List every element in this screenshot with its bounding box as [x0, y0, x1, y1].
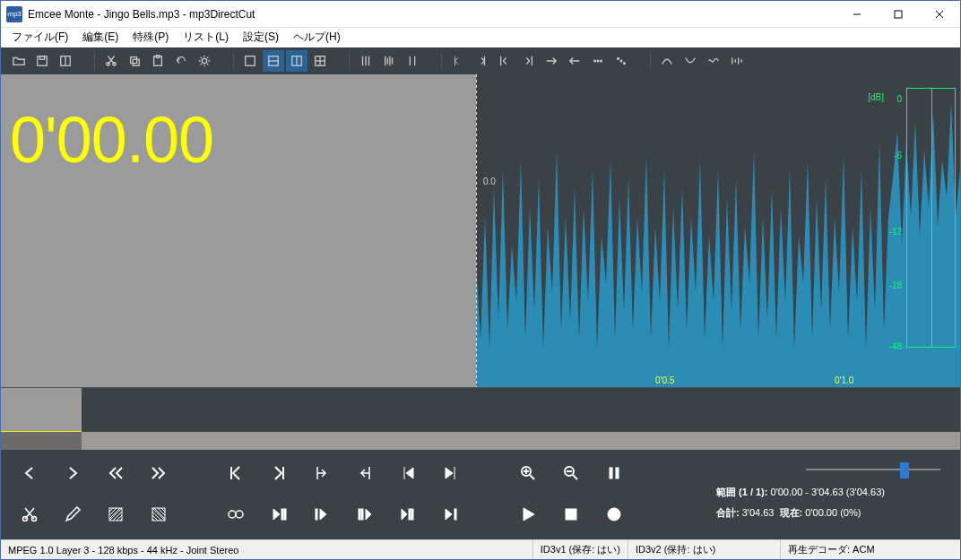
svg-rect-49 [284, 509, 286, 520]
cut-button[interactable] [100, 50, 122, 72]
sel-out-button[interactable] [347, 457, 383, 489]
playhead-line [476, 74, 477, 387]
play-range1-button[interactable] [347, 498, 383, 530]
play-button[interactable] [510, 498, 546, 530]
open-button[interactable] [8, 50, 30, 72]
prev-button[interactable] [12, 457, 48, 489]
nav3-button[interactable] [494, 50, 515, 72]
overview-top[interactable] [1, 387, 960, 432]
marker1-button[interactable] [355, 50, 377, 72]
paste-button[interactable] [147, 50, 169, 72]
svg-point-46 [229, 511, 236, 518]
copy-button[interactable] [124, 50, 145, 72]
menu-special[interactable]: 特殊(P) [126, 28, 176, 47]
total-info: 合計: 3'04.63 現在: 0'00.00 (0%) [716, 506, 949, 520]
hatch1-button[interactable] [98, 498, 134, 530]
hatch2-button[interactable] [141, 498, 177, 530]
nav6-button[interactable] [564, 50, 585, 72]
save-button[interactable] [31, 50, 53, 72]
save-selection-button[interactable] [55, 50, 76, 72]
rewind-button[interactable] [98, 457, 134, 489]
svg-rect-11 [133, 59, 139, 65]
menu-list[interactable]: リスト(L) [176, 28, 236, 47]
forward-button[interactable] [141, 457, 177, 489]
nav7-button[interactable] [587, 50, 609, 72]
svg-point-34 [601, 60, 602, 62]
marker3-button[interactable] [402, 50, 423, 72]
nav4-button[interactable] [517, 50, 539, 72]
scissors-button[interactable] [12, 498, 48, 530]
svg-point-36 [620, 60, 622, 62]
app-icon: mp3 [6, 6, 22, 22]
zoom-out-button[interactable] [553, 457, 589, 489]
menu-file[interactable]: ファイル(F) [4, 28, 75, 47]
play-from-button[interactable] [304, 498, 340, 530]
play-range2-button[interactable] [390, 498, 426, 530]
statusbar: MPEG 1.0 Layer 3 - 128 kbps - 44 kHz - J… [1, 539, 960, 559]
minimize-button[interactable] [836, 1, 878, 28]
db-val-6: -6 [894, 151, 902, 160]
marker2-button[interactable] [378, 50, 400, 72]
pause-button[interactable] [596, 457, 632, 489]
fx2-button[interactable] [680, 50, 701, 72]
nav1-button[interactable] [447, 50, 469, 72]
overview-cue [1, 432, 82, 450]
db-val-12: -12 [889, 227, 902, 237]
fx3-button[interactable] [703, 50, 724, 72]
goto-end-button[interactable] [433, 457, 469, 489]
nav2-button[interactable] [471, 50, 492, 72]
settings-button[interactable] [194, 50, 215, 72]
svg-rect-50 [316, 509, 317, 520]
svg-rect-53 [409, 509, 411, 520]
play-sel-button[interactable] [261, 498, 297, 530]
svg-point-47 [236, 511, 243, 518]
sel-end-button[interactable] [261, 457, 297, 489]
menu-edit[interactable]: 編集(E) [75, 28, 126, 47]
status-decoder: 再生デコーダ: ACM [781, 540, 960, 559]
controls-panel: 範囲 (1 / 1): 0'00.00 - 3'04.63 (3'04.63) … [1, 450, 960, 539]
svg-point-14 [202, 58, 206, 63]
menubar: ファイル(F) 編集(E) 特殊(P) リスト(L) 設定(S) ヘルプ(H) [1, 28, 960, 47]
waveform-panel[interactable]: 0.0 0'0.5 0'1.0 [dB] 0 -6 -12 -18 -48 [476, 74, 960, 387]
record-button[interactable] [596, 498, 632, 530]
undo-button[interactable] [170, 50, 192, 72]
db-val-0: 0 [896, 94, 902, 104]
nav5-button[interactable] [541, 50, 562, 72]
toolbar [1, 47, 960, 74]
nav8-button[interactable] [610, 50, 632, 72]
overview-selection[interactable] [1, 388, 82, 433]
svg-point-57 [608, 508, 620, 521]
svg-rect-51 [359, 509, 360, 520]
volume-slider[interactable] [806, 461, 940, 478]
time-tick-1: 0'0.5 [655, 375, 674, 385]
overview-bottom[interactable] [1, 432, 960, 450]
maximize-button[interactable] [878, 1, 919, 28]
play-to-button[interactable] [433, 498, 469, 530]
sel-in-button[interactable] [304, 457, 340, 489]
view4-button[interactable] [309, 50, 331, 72]
fx1-button[interactable] [656, 50, 678, 72]
time-panel[interactable]: 0'00.00 [1, 74, 476, 387]
main-area: 0'00.00 0.0 0'0.5 0'1.0 [dB] 0 -6 -12 -1… [1, 74, 960, 387]
svg-point-32 [594, 60, 596, 62]
view1-button[interactable] [239, 50, 261, 72]
view2-button[interactable] [263, 50, 284, 72]
status-id3v2: ID3v2 (保持: はい) [628, 540, 781, 559]
titlebar[interactable]: mp3 Emcee Monte - Jingo Bells.mp3 - mp3D… [1, 1, 960, 28]
svg-rect-55 [455, 509, 456, 520]
goto-start-button[interactable] [390, 457, 426, 489]
menu-settings[interactable]: 設定(S) [236, 28, 286, 47]
zoom-in-button[interactable] [510, 457, 546, 489]
view3-button[interactable] [286, 50, 307, 72]
stop-button[interactable] [553, 498, 589, 530]
fx4-button[interactable] [726, 50, 748, 72]
menu-help[interactable]: ヘルプ(H) [286, 28, 348, 47]
db-val-18: -18 [889, 280, 902, 290]
svg-rect-54 [411, 509, 413, 520]
sel-start-button[interactable] [218, 457, 254, 489]
loop-button[interactable] [218, 498, 254, 530]
status-format: MPEG 1.0 Layer 3 - 128 kbps - 44 kHz - J… [1, 540, 533, 559]
pencil-button[interactable] [55, 498, 91, 530]
close-button[interactable] [919, 1, 960, 28]
next-button[interactable] [55, 457, 91, 489]
